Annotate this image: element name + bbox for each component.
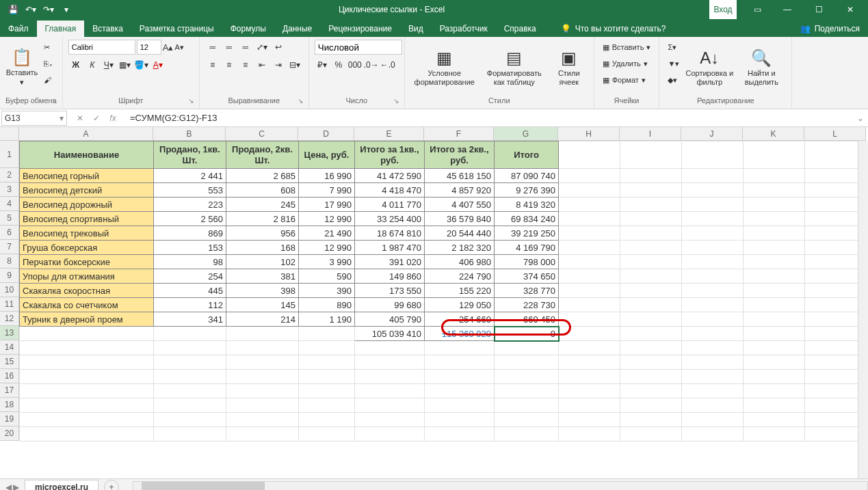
row-header[interactable]: 10: [0, 283, 19, 297]
row-header[interactable]: 9: [0, 269, 19, 283]
align-left-icon[interactable]: ≡: [205, 57, 220, 72]
cell[interactable]: 4 418 470: [355, 183, 425, 198]
row-header[interactable]: 20: [0, 426, 19, 441]
cell[interactable]: [559, 312, 620, 327]
column-header[interactable]: C: [226, 127, 298, 141]
cell[interactable]: [355, 355, 425, 370]
cell[interactable]: [744, 284, 805, 298]
cell[interactable]: [226, 413, 299, 427]
cell[interactable]: [805, 241, 867, 255]
cell[interactable]: [425, 370, 495, 384]
cell[interactable]: [682, 241, 744, 255]
cell[interactable]: [495, 355, 559, 370]
minimize-icon[interactable]: —: [772, 0, 802, 19]
cell[interactable]: [744, 226, 805, 241]
cell[interactable]: [620, 255, 682, 269]
cell[interactable]: [495, 341, 559, 355]
cell[interactable]: 398: [226, 284, 299, 298]
column-header[interactable]: A: [19, 127, 153, 141]
column-header[interactable]: B: [153, 127, 226, 141]
row-header[interactable]: 4: [0, 197, 19, 211]
tab-help[interactable]: Справка: [496, 21, 544, 37]
row-header[interactable]: 7: [0, 240, 19, 254]
cell[interactable]: [355, 398, 425, 413]
cell[interactable]: [620, 169, 682, 183]
cell[interactable]: [744, 427, 805, 441]
cell[interactable]: [805, 255, 867, 269]
cell[interactable]: [154, 427, 226, 441]
cell[interactable]: [299, 384, 355, 398]
close-icon[interactable]: ✕: [835, 0, 865, 19]
font-color-button[interactable]: A▾: [150, 57, 166, 72]
row-header[interactable]: 1: [0, 141, 19, 168]
column-header[interactable]: I: [620, 127, 681, 141]
cell[interactable]: [620, 327, 682, 341]
delete-cells-button[interactable]: ▦ Удалить ▾: [600, 56, 654, 71]
align-center-icon[interactable]: ≡: [222, 57, 237, 72]
cell[interactable]: [620, 198, 682, 212]
dialog-launcher-icon[interactable]: ↘: [188, 97, 194, 105]
cell[interactable]: 223: [154, 198, 226, 212]
cell[interactable]: 2 441: [154, 169, 226, 183]
clear-button[interactable]: ◆▾: [665, 72, 682, 87]
cell[interactable]: 115 360 920: [425, 327, 495, 341]
cell[interactable]: [620, 183, 682, 198]
align-middle-icon[interactable]: ═: [222, 40, 237, 55]
cell[interactable]: 36 579 840: [425, 212, 495, 226]
cell[interactable]: [620, 141, 682, 169]
column-header[interactable]: F: [424, 127, 494, 141]
cell[interactable]: [559, 141, 620, 169]
cell[interactable]: [559, 370, 620, 384]
cell[interactable]: 405 790: [355, 312, 425, 327]
column-header[interactable]: K: [743, 127, 804, 141]
cell[interactable]: [559, 327, 620, 341]
cell[interactable]: Велосипед детский: [20, 183, 154, 198]
new-sheet-button[interactable]: +: [104, 480, 119, 491]
cell[interactable]: 590: [299, 269, 355, 284]
cell[interactable]: [744, 341, 805, 355]
cell[interactable]: [682, 141, 744, 169]
cell[interactable]: [425, 413, 495, 427]
column-header[interactable]: G: [494, 127, 558, 141]
font-name-input[interactable]: [68, 40, 135, 55]
cell[interactable]: 21 490: [299, 226, 355, 241]
cell[interactable]: [20, 327, 154, 341]
cell[interactable]: 660 450: [495, 312, 559, 327]
cell[interactable]: 4 857 920: [425, 183, 495, 198]
cell[interactable]: [559, 212, 620, 226]
cell[interactable]: Велосипед горный: [20, 169, 154, 183]
cell[interactable]: [226, 355, 299, 370]
cell[interactable]: [805, 327, 867, 341]
formula-input[interactable]: =СУММ(G2:G12)-F13: [126, 113, 853, 123]
cell[interactable]: [226, 341, 299, 355]
cell[interactable]: [226, 370, 299, 384]
cell[interactable]: 956: [226, 226, 299, 241]
cell[interactable]: 390: [299, 284, 355, 298]
row-header[interactable]: 13: [0, 326, 19, 340]
row-header[interactable]: 3: [0, 182, 19, 197]
cell[interactable]: [805, 427, 867, 441]
cell[interactable]: Итого за 2кв., руб.: [425, 141, 495, 169]
cell[interactable]: 9 276 390: [495, 183, 559, 198]
cell[interactable]: 553: [154, 183, 226, 198]
cell[interactable]: [682, 183, 744, 198]
cell[interactable]: [226, 398, 299, 413]
tab-nav-prev-icon[interactable]: ◀: [5, 482, 12, 491]
cell[interactable]: [744, 269, 805, 284]
cell[interactable]: Перчатки боксерские: [20, 255, 154, 269]
cell[interactable]: 18 674 810: [355, 226, 425, 241]
cell[interactable]: [805, 370, 867, 384]
cell[interactable]: [682, 327, 744, 341]
cell[interactable]: [559, 226, 620, 241]
cell[interactable]: [559, 183, 620, 198]
cell[interactable]: [559, 413, 620, 427]
cell[interactable]: [744, 198, 805, 212]
cell[interactable]: 39 219 250: [495, 226, 559, 241]
cell[interactable]: [805, 169, 867, 183]
cell[interactable]: [154, 384, 226, 398]
cell[interactable]: [682, 269, 744, 284]
cell[interactable]: [355, 370, 425, 384]
cell[interactable]: [744, 355, 805, 370]
cell[interactable]: [495, 370, 559, 384]
cell[interactable]: [495, 384, 559, 398]
